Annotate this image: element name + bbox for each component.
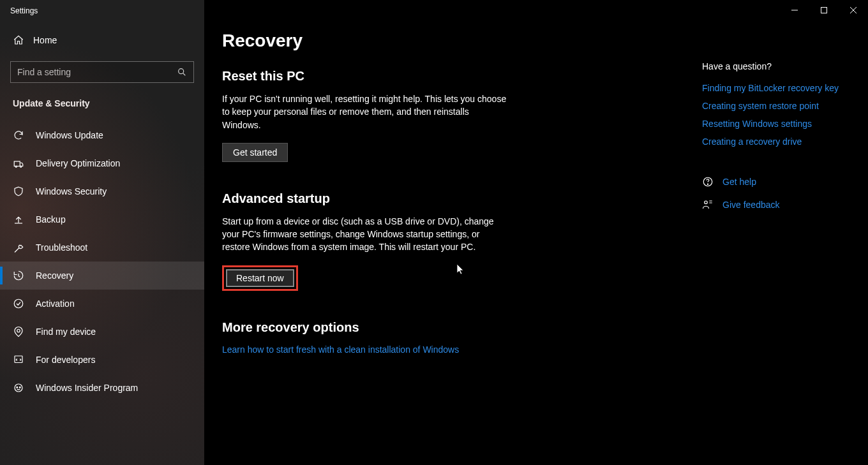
search-input[interactable] bbox=[17, 67, 177, 77]
home-label: Home bbox=[33, 35, 57, 45]
close-button[interactable] bbox=[839, 0, 868, 20]
recovery-icon bbox=[13, 270, 24, 281]
home-nav[interactable]: Home bbox=[0, 28, 204, 52]
developer-icon bbox=[13, 354, 24, 365]
svg-rect-1 bbox=[14, 161, 20, 166]
content-area: Recovery Reset this PC If your PC isn't … bbox=[204, 0, 868, 465]
get-help-link[interactable]: Get help bbox=[702, 176, 855, 188]
backup-icon bbox=[13, 214, 24, 225]
page-title: Recovery bbox=[222, 31, 651, 51]
sidebar-item-label: Windows Insider Program bbox=[36, 383, 138, 393]
sidebar: Settings Home Update & Security Windows … bbox=[0, 0, 204, 465]
sidebar-item-label: For developers bbox=[36, 355, 95, 365]
search-icon bbox=[177, 67, 187, 77]
get-started-button[interactable]: Get started bbox=[222, 143, 288, 162]
svg-point-5 bbox=[17, 329, 20, 332]
check-circle-icon bbox=[13, 298, 24, 309]
sidebar-section-title: Update & Security bbox=[0, 98, 204, 121]
sidebar-item-windows-insider[interactable]: Windows Insider Program bbox=[0, 374, 204, 402]
svg-point-4 bbox=[14, 299, 23, 308]
reset-pc-desc: If your PC isn't running well, resetting… bbox=[222, 92, 509, 131]
shield-icon bbox=[13, 186, 24, 197]
sidebar-item-delivery-optimization[interactable]: Delivery Optimization bbox=[0, 149, 204, 177]
sidebar-item-label: Troubleshoot bbox=[36, 242, 87, 253]
svg-point-12 bbox=[705, 201, 708, 204]
right-panel: Have a question? Finding my BitLocker re… bbox=[702, 61, 855, 210]
svg-point-7 bbox=[15, 384, 22, 392]
sidebar-item-windows-update[interactable]: Windows Update bbox=[0, 121, 204, 149]
svg-point-11 bbox=[707, 184, 708, 184]
help-link-recovery-drive[interactable]: Creating a recovery drive bbox=[702, 137, 855, 147]
svg-point-3 bbox=[20, 166, 22, 167]
wrench-icon bbox=[13, 242, 24, 253]
sidebar-nav-list: Windows Update Delivery Optimization Win… bbox=[0, 121, 204, 402]
sidebar-item-label: Windows Update bbox=[36, 130, 103, 140]
help-link-bitlocker[interactable]: Finding my BitLocker recovery key bbox=[702, 83, 855, 93]
more-recovery-title: More recovery options bbox=[222, 320, 651, 335]
give-feedback-label: Give feedback bbox=[722, 200, 780, 210]
advanced-startup-desc: Start up from a device or disc (such as … bbox=[222, 215, 509, 254]
window-title: Settings bbox=[0, 0, 204, 28]
svg-rect-13 bbox=[821, 8, 827, 13]
main-column: Recovery Reset this PC If your PC isn't … bbox=[204, 0, 651, 465]
help-link-restore-point[interactable]: Creating system restore point bbox=[702, 101, 855, 111]
sidebar-item-label: Backup bbox=[36, 214, 66, 225]
sidebar-item-label: Recovery bbox=[36, 270, 73, 281]
sidebar-item-troubleshoot[interactable]: Troubleshoot bbox=[0, 233, 204, 262]
home-icon bbox=[13, 34, 24, 46]
sidebar-item-recovery[interactable]: Recovery bbox=[0, 262, 204, 290]
advanced-startup-title: Advanced startup bbox=[222, 191, 651, 206]
settings-window: Settings Home Update & Security Windows … bbox=[0, 0, 868, 465]
svg-point-2 bbox=[15, 166, 17, 167]
window-controls bbox=[780, 0, 868, 20]
maximize-button[interactable] bbox=[809, 0, 839, 20]
give-feedback-link[interactable]: Give feedback bbox=[702, 199, 855, 210]
sidebar-item-windows-security[interactable]: Windows Security bbox=[0, 177, 204, 205]
restart-highlight-box: Restart now bbox=[222, 265, 298, 291]
restart-now-button[interactable]: Restart now bbox=[226, 269, 294, 287]
sidebar-item-find-my-device[interactable]: Find my device bbox=[0, 318, 204, 346]
minimize-button[interactable] bbox=[780, 0, 809, 20]
sidebar-item-label: Delivery Optimization bbox=[36, 158, 120, 168]
delivery-icon bbox=[13, 158, 24, 169]
sidebar-item-activation[interactable]: Activation bbox=[0, 290, 204, 318]
search-box[interactable] bbox=[10, 61, 194, 83]
svg-point-9 bbox=[19, 387, 20, 388]
sidebar-item-backup[interactable]: Backup bbox=[0, 205, 204, 233]
sidebar-item-label: Windows Security bbox=[36, 186, 107, 196]
help-link-reset-settings[interactable]: Resetting Windows settings bbox=[702, 119, 855, 129]
insider-icon bbox=[13, 382, 24, 394]
sync-icon bbox=[13, 129, 24, 141]
help-icon bbox=[702, 176, 714, 188]
svg-point-8 bbox=[17, 387, 18, 388]
reset-pc-title: Reset this PC bbox=[222, 69, 651, 84]
sidebar-item-for-developers[interactable]: For developers bbox=[0, 346, 204, 374]
sidebar-item-label: Find my device bbox=[36, 327, 96, 337]
fresh-install-link[interactable]: Learn how to start fresh with a clean in… bbox=[222, 344, 459, 355]
have-a-question-label: Have a question? bbox=[702, 61, 855, 71]
feedback-icon bbox=[702, 199, 714, 210]
svg-point-0 bbox=[179, 69, 184, 74]
get-help-label: Get help bbox=[722, 177, 756, 187]
sidebar-item-label: Activation bbox=[36, 299, 75, 309]
cursor-icon bbox=[456, 263, 465, 275]
location-icon bbox=[13, 326, 24, 337]
svg-rect-6 bbox=[15, 356, 22, 363]
